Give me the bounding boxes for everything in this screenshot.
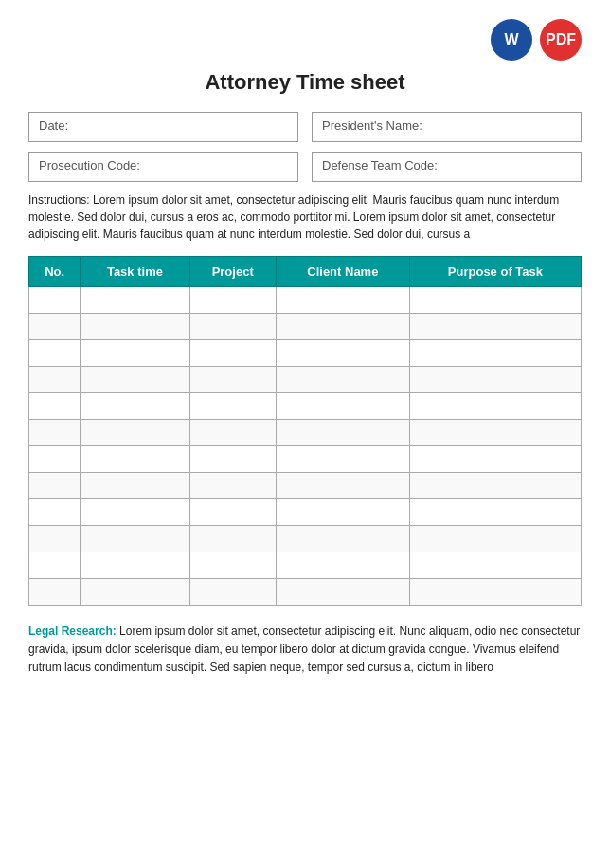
table-row	[29, 552, 582, 579]
table-cell[interactable]	[81, 499, 189, 526]
table-cell[interactable]	[409, 552, 581, 579]
date-field[interactable]: Date:	[28, 112, 298, 142]
table-cell[interactable]	[29, 393, 81, 420]
table-cell[interactable]	[276, 579, 409, 606]
table-cell[interactable]	[276, 393, 409, 420]
table-header-row: No. Task time Project Client Name Purpos…	[29, 257, 582, 287]
table-cell[interactable]	[409, 420, 581, 446]
table-cell[interactable]	[409, 446, 581, 473]
table-cell[interactable]	[276, 499, 409, 526]
table-cell[interactable]	[409, 367, 581, 393]
table-row	[29, 367, 582, 393]
timesheet-table: No. Task time Project Client Name Purpos…	[28, 256, 582, 606]
table-cell[interactable]	[409, 526, 581, 552]
table-cell[interactable]	[189, 499, 276, 526]
table-cell[interactable]	[409, 579, 581, 606]
table-cell[interactable]	[29, 552, 81, 579]
table-cell[interactable]	[81, 473, 189, 499]
table-cell[interactable]	[29, 367, 81, 393]
table-cell[interactable]	[189, 420, 276, 446]
table-cell[interactable]	[189, 473, 276, 499]
table-cell[interactable]	[29, 446, 81, 473]
table-row	[29, 420, 582, 446]
table-cell[interactable]	[276, 446, 409, 473]
table-cell[interactable]	[276, 473, 409, 499]
table-row	[29, 473, 582, 499]
table-cell[interactable]	[29, 579, 81, 606]
col-client-name: Client Name	[276, 257, 409, 287]
table-cell[interactable]	[189, 526, 276, 552]
table-cell[interactable]	[276, 367, 409, 393]
table-cell[interactable]	[276, 552, 409, 579]
word-icon[interactable]: W	[491, 19, 532, 61]
table-cell[interactable]	[81, 552, 189, 579]
col-task-time: Task time	[81, 257, 189, 287]
table-cell[interactable]	[189, 314, 276, 340]
table-cell[interactable]	[29, 340, 81, 367]
table-row	[29, 287, 582, 314]
table-cell[interactable]	[189, 393, 276, 420]
table-row	[29, 579, 582, 606]
table-cell[interactable]	[81, 367, 189, 393]
table-cell[interactable]	[189, 287, 276, 314]
defense-team-code-field[interactable]: Defense Team Code:	[312, 152, 582, 182]
table-cell[interactable]	[409, 473, 581, 499]
table-cell[interactable]	[189, 340, 276, 367]
table-row	[29, 340, 582, 367]
form-row-1: Date: President's Name:	[28, 112, 582, 142]
table-cell[interactable]	[81, 420, 189, 446]
table-row	[29, 446, 582, 473]
instructions-text: Instructions: Lorem ipsum dolor sit amet…	[28, 191, 582, 243]
table-cell[interactable]	[29, 499, 81, 526]
table-row	[29, 499, 582, 526]
table-cell[interactable]	[276, 340, 409, 367]
table-cell[interactable]	[29, 473, 81, 499]
prosecution-code-field[interactable]: Prosecution Code:	[28, 152, 298, 182]
form-row-2: Prosecution Code: Defense Team Code:	[28, 152, 582, 182]
table-cell[interactable]	[29, 526, 81, 552]
table-cell[interactable]	[276, 420, 409, 446]
legal-research-label: Legal Research:	[28, 624, 117, 638]
table-cell[interactable]	[409, 499, 581, 526]
table-cell[interactable]	[81, 446, 189, 473]
col-purpose: Purpose of Task	[409, 257, 581, 287]
table-cell[interactable]	[276, 526, 409, 552]
table-cell[interactable]	[81, 579, 189, 606]
table-cell[interactable]	[409, 287, 581, 314]
legal-research-section: Legal Research: Lorem ipsum dolor sit am…	[28, 623, 582, 678]
table-cell[interactable]	[81, 393, 189, 420]
pdf-icon[interactable]: PDF	[540, 19, 582, 61]
table-cell[interactable]	[81, 287, 189, 314]
table-cell[interactable]	[409, 393, 581, 420]
table-cell[interactable]	[409, 314, 581, 340]
table-row	[29, 526, 582, 552]
table-cell[interactable]	[81, 526, 189, 552]
table-cell[interactable]	[189, 579, 276, 606]
table-cell[interactable]	[189, 552, 276, 579]
table-cell[interactable]	[81, 314, 189, 340]
table-row	[29, 393, 582, 420]
col-project: Project	[189, 257, 276, 287]
table-cell[interactable]	[29, 287, 81, 314]
table-cell[interactable]	[189, 446, 276, 473]
table-cell[interactable]	[189, 367, 276, 393]
col-no: No.	[29, 257, 81, 287]
table-row	[29, 314, 582, 340]
top-icons-row: W PDF	[28, 19, 582, 61]
table-cell[interactable]	[276, 287, 409, 314]
presidents-name-field[interactable]: President's Name:	[312, 112, 582, 142]
table-cell[interactable]	[276, 314, 409, 340]
table-cell[interactable]	[409, 340, 581, 367]
table-cell[interactable]	[29, 420, 81, 446]
page-title: Attorney Time sheet	[28, 70, 582, 95]
table-cell[interactable]	[81, 340, 189, 367]
table-cell[interactable]	[29, 314, 81, 340]
